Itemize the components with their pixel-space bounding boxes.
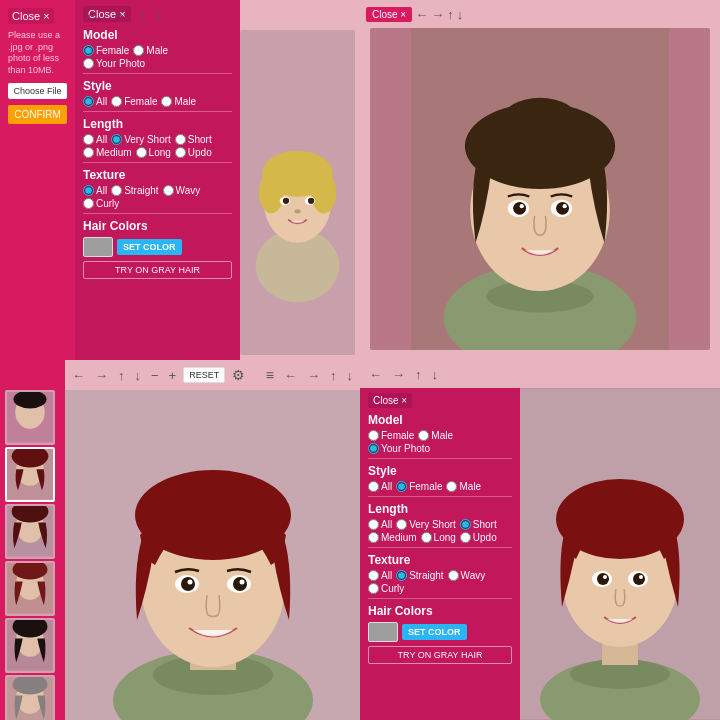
- length-short-option[interactable]: Short: [175, 134, 212, 145]
- q3-plus-button[interactable]: +: [166, 366, 180, 385]
- style-male-option[interactable]: Male: [161, 96, 196, 107]
- style-all-option[interactable]: All: [83, 96, 107, 107]
- length-medium-option[interactable]: Medium: [83, 147, 132, 158]
- q2-nav-down[interactable]: ↓: [457, 7, 464, 22]
- q4-texture-wavy[interactable]: Wavy: [448, 570, 486, 581]
- q4-close-button[interactable]: Close ×: [368, 393, 412, 408]
- q4-model-group2: Your Photo: [368, 443, 512, 454]
- q3-nav-left[interactable]: ←: [69, 366, 88, 385]
- q1-settings-panel: Close × Model Female Male Your Photo Sty…: [75, 0, 240, 360]
- thumb-6[interactable]: [5, 675, 55, 720]
- nav-left-button[interactable]: ←: [81, 5, 103, 25]
- q4-color-swatch[interactable]: [368, 622, 398, 642]
- divider2: [83, 111, 232, 112]
- q4-style-all[interactable]: All: [368, 481, 392, 492]
- thumb-3[interactable]: [5, 504, 55, 559]
- svg-point-8: [283, 198, 289, 204]
- hair-colors-title: Hair Colors: [83, 219, 232, 233]
- nav-right-button[interactable]: →: [107, 5, 129, 25]
- q3-nav-down[interactable]: ↓: [132, 366, 145, 385]
- q4-length-long[interactable]: Long: [421, 532, 456, 543]
- model-yourphoto-option[interactable]: Your Photo: [83, 58, 145, 69]
- thumb-5[interactable]: [5, 618, 55, 673]
- q4-texture-curly[interactable]: Curly: [368, 583, 404, 594]
- texture-straight-option[interactable]: Straight: [111, 185, 158, 196]
- q2-nav-left[interactable]: ←: [415, 7, 428, 22]
- thumb-6-svg: [7, 677, 53, 720]
- nav-up-button[interactable]: ↑: [133, 5, 148, 25]
- q4-length-medium[interactable]: Medium: [368, 532, 417, 543]
- q4-model-female[interactable]: Female: [368, 430, 414, 441]
- q3-nav2-right[interactable]: →: [304, 366, 323, 385]
- q4-nav-bar: ← → ↑ ↓: [360, 360, 720, 388]
- q3-reset-button[interactable]: RESET: [183, 367, 225, 383]
- q4-texture-group2: Curly: [368, 583, 512, 594]
- thumb-3-svg: [7, 506, 53, 557]
- q1-color-swatch[interactable]: [83, 237, 113, 257]
- q3-gear-button[interactable]: ⚙: [229, 365, 248, 385]
- q4-nav-down[interactable]: ↓: [429, 365, 442, 384]
- svg-point-4: [259, 172, 284, 214]
- q3-minus-button[interactable]: −: [148, 366, 162, 385]
- thumb-1[interactable]: [5, 390, 55, 445]
- length-updo-option[interactable]: Updo: [175, 147, 212, 158]
- q3-nav-right[interactable]: →: [92, 366, 111, 385]
- divider3: [83, 162, 232, 163]
- q3-nav2-down[interactable]: ↓: [344, 366, 357, 385]
- q1-try-gray-button[interactable]: TRY ON GRAY HAIR: [83, 261, 232, 279]
- upload-close-button[interactable]: Close ×: [8, 8, 54, 24]
- q4-length-group2: Medium Long Updo: [368, 532, 512, 543]
- q4-model-group1: Female Male: [368, 430, 512, 441]
- texture-wavy-option[interactable]: Wavy: [163, 185, 201, 196]
- length-title: Length: [83, 117, 232, 131]
- q4-length-vshort[interactable]: Very Short: [396, 519, 456, 530]
- thumb-2[interactable]: [5, 447, 55, 502]
- q2-face-svg: [370, 28, 710, 350]
- q3-nav-up[interactable]: ↑: [115, 366, 128, 385]
- length-long-option[interactable]: Long: [136, 147, 171, 158]
- q3-hamburger-button[interactable]: ≡: [263, 365, 277, 385]
- svg-point-64: [603, 575, 607, 579]
- q4-style-female[interactable]: Female: [396, 481, 442, 492]
- q4-try-gray-button[interactable]: TRY ON GRAY HAIR: [368, 646, 512, 664]
- texture-title: Texture: [83, 168, 232, 182]
- confirm-button[interactable]: CONFIRM: [8, 105, 67, 124]
- q4-nav-left[interactable]: ←: [366, 365, 385, 384]
- thumb-4[interactable]: [5, 561, 55, 616]
- divider4: [83, 213, 232, 214]
- model-title: Model: [83, 28, 232, 42]
- q4-length-all[interactable]: All: [368, 519, 392, 530]
- q4-length-updo[interactable]: Updo: [460, 532, 497, 543]
- thumb-4-svg: [7, 563, 53, 614]
- length-vshort-option[interactable]: Very Short: [111, 134, 171, 145]
- texture-all-option[interactable]: All: [83, 185, 107, 196]
- nav-down-button[interactable]: ↓: [152, 5, 167, 25]
- model-radio-group: Female Male: [83, 45, 232, 56]
- model-female-option[interactable]: Female: [83, 45, 129, 56]
- texture-radio-group2: Curly: [83, 198, 232, 209]
- style-female-option[interactable]: Female: [111, 96, 157, 107]
- q4-nav-up[interactable]: ↑: [412, 365, 425, 384]
- q4-style-male[interactable]: Male: [446, 481, 481, 492]
- q2-nav-up[interactable]: ↑: [447, 7, 454, 22]
- q1-face-svg: [240, 30, 355, 355]
- q3-nav2-up[interactable]: ↑: [327, 366, 340, 385]
- q2-nav-right[interactable]: →: [431, 7, 444, 22]
- upload-instruction: Please use a .jpg or .png photo of less …: [8, 30, 67, 77]
- q4-model-male[interactable]: Male: [418, 430, 453, 441]
- q1-set-color-button[interactable]: SET COLOR: [117, 239, 182, 255]
- length-all-option[interactable]: All: [83, 134, 107, 145]
- q4-texture-straight[interactable]: Straight: [396, 570, 443, 581]
- thumb-1-svg: [7, 392, 53, 443]
- q4-model-yourphoto[interactable]: Your Photo: [368, 443, 430, 454]
- texture-curly-option[interactable]: Curly: [83, 198, 119, 209]
- q4-length-short[interactable]: Short: [460, 519, 497, 530]
- q4-set-color-button[interactable]: SET COLOR: [402, 624, 467, 640]
- q4-nav-right[interactable]: →: [389, 365, 408, 384]
- model-male-option[interactable]: Male: [133, 45, 168, 56]
- q4-texture-all[interactable]: All: [368, 570, 392, 581]
- q3-nav2-left[interactable]: ←: [281, 366, 300, 385]
- svg-point-22: [520, 204, 524, 208]
- q2-close-button[interactable]: Close ×: [366, 7, 412, 22]
- choose-file-button[interactable]: Choose File: [8, 83, 67, 99]
